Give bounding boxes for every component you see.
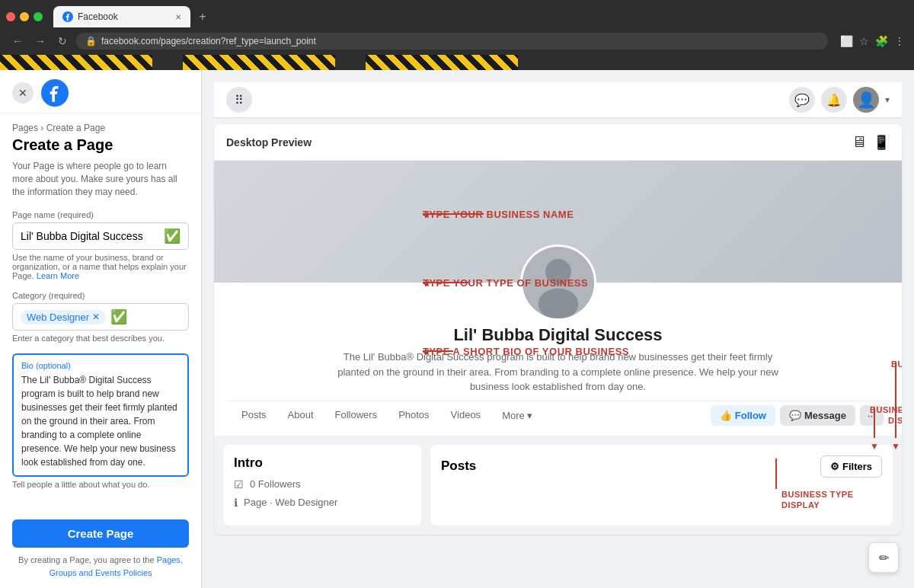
mobile-view-button[interactable]: 📱	[873, 133, 890, 151]
tab-label: Facebook	[78, 11, 118, 22]
bio-helper: Tell people a little about what you do.	[12, 480, 189, 489]
posts-header: Posts ⚙ Filters	[441, 455, 882, 478]
browser-actions: ⬜ ☆ 🧩 ⋮	[840, 35, 905, 47]
fb-nav-right: 💬 🔔 👤 ▾	[789, 87, 890, 113]
apps-grid-icon: ⠿	[235, 93, 244, 107]
messenger-icon: 💬	[794, 93, 810, 107]
menu-button[interactable]: ⋮	[894, 35, 905, 47]
bio-group: Bio (optional) The Lil' Bubba® Digital S…	[12, 353, 189, 489]
page-name-check-icon: ✅	[164, 228, 181, 244]
category-check-icon: ✅	[110, 308, 127, 325]
chevron-down-icon: ▾	[527, 410, 532, 421]
page-name-input-wrapper[interactable]: Lil' Bubba Digital Success ✅	[12, 222, 189, 250]
desktop-view-button[interactable]: 🖥	[852, 133, 867, 151]
intro-card: Intro ☑ 0 Followers ℹ Page · Web Designe…	[223, 445, 421, 526]
profile-area: Lil' Bubba Digital Success The Lil' Bubb…	[214, 283, 902, 436]
fb-top-nav: ⠿ 💬 🔔 👤 ▾	[214, 82, 902, 118]
minimize-window-button[interactable]	[20, 12, 29, 21]
pages-link[interactable]: Pages	[157, 555, 181, 564]
warning-bar-left	[0, 55, 152, 70]
warning-bar-center	[183, 55, 335, 70]
terms-text: By creating a Page, you agree to the Pag…	[0, 554, 201, 588]
info-icon: ℹ	[234, 497, 238, 509]
close-x-icon: ✕	[18, 87, 27, 99]
business-name-annotation: BUSINESS NAMEDISPLAY ▼	[870, 404, 879, 452]
address-bar-row: ← → ↻ 🔒 facebook.com/pages/creation?ref_…	[0, 27, 914, 55]
url-text: facebook.com/pages/creation?ref_type=lau…	[101, 36, 316, 46]
page-type-item: ℹ Page · Web Designer	[234, 497, 411, 509]
sidebar: ✕ Pages › Create a Page Create a Page Yo…	[0, 70, 202, 588]
tab-bar: Facebook ✕ +	[0, 0, 914, 27]
svg-point-4	[538, 289, 578, 320]
arrow-line-2: ◀	[423, 282, 468, 283]
warning-bar-right	[366, 55, 518, 70]
notifications-button[interactable]: 🔔	[821, 87, 847, 113]
category-label: Category (required)	[12, 291, 189, 300]
nav-posts[interactable]: Posts	[232, 401, 276, 430]
edit-icon: ✏	[879, 551, 889, 565]
nav-photos[interactable]: Photos	[389, 401, 438, 430]
category-input-wrapper[interactable]: Web Designer ✕ ✅	[12, 303, 189, 331]
message-icon: 💬	[789, 410, 801, 421]
learn-more-link[interactable]: Learn More	[37, 271, 79, 280]
arrow-line-3: ◀	[423, 350, 453, 352]
close-sidebar-button[interactable]: ✕	[12, 82, 34, 104]
page-description: Your Page is where people go to learn mo…	[12, 160, 189, 198]
followers-count: 0 Followers	[250, 478, 300, 490]
apps-grid-button[interactable]: ⠿	[226, 87, 252, 113]
followers-item: ☑ 0 Followers	[234, 478, 411, 491]
bell-icon: 🔔	[826, 93, 842, 107]
tab-close-button[interactable]: ✕	[175, 13, 181, 21]
browser-tab-facebook[interactable]: Facebook ✕	[53, 6, 190, 27]
message-button[interactable]: 💬 Message	[780, 405, 855, 426]
page-name-helper: Use the name of your business, brand or …	[12, 253, 189, 280]
page-navigation: Posts About Followers Photos Videos More…	[226, 401, 890, 430]
main-content: ✕ Pages › Create a Page Create a Page Yo…	[0, 70, 914, 588]
page-name-label: Page name (required)	[12, 210, 189, 219]
messenger-button[interactable]: 💬	[789, 87, 815, 113]
right-panel: ⠿ 💬 🔔 👤 ▾ Desktop Preview	[202, 70, 914, 588]
category-remove-button[interactable]: ✕	[92, 312, 100, 322]
close-window-button[interactable]	[6, 12, 15, 21]
bio-value[interactable]: The Lil' Bubba® Digital Success program …	[21, 373, 180, 469]
nav-followers[interactable]: Followers	[326, 401, 387, 430]
edit-float-button[interactable]: ✏	[868, 542, 899, 573]
preview-header: Desktop Preview 🖥 📱	[214, 124, 902, 161]
create-page-button[interactable]: Create Page	[12, 519, 189, 548]
bio-input-wrapper[interactable]: Bio (optional) The Lil' Bubba® Digital S…	[12, 353, 189, 477]
page-type-label: Page · Web Designer	[244, 497, 337, 508]
warning-bars	[0, 55, 914, 70]
followers-check-icon: ☑	[234, 478, 244, 491]
business-type-display-annotation: BUSINESS TYPEDISPLAY	[775, 459, 777, 489]
forward-button[interactable]: →	[32, 34, 49, 49]
nav-videos[interactable]: Videos	[442, 401, 491, 430]
account-chevron-button[interactable]: ▾	[885, 94, 890, 105]
user-avatar[interactable]: 👤	[853, 87, 879, 113]
page-name-group: Page name (required) Lil' Bubba Digital …	[12, 210, 189, 280]
bio-annotation-left: TYPE A SHORT BIO OF YOUR BUSINESS ◀	[423, 350, 453, 352]
business-name-annotation-left: TYPE YOUR BUSINESS NAME ◀	[423, 213, 484, 215]
back-button[interactable]: ←	[9, 34, 26, 49]
nav-more[interactable]: More ▾	[493, 402, 542, 429]
refresh-button[interactable]: ↻	[55, 34, 70, 49]
category-group: Category (required) Web Designer ✕ ✅ Ent…	[12, 291, 189, 343]
desktop-icon: 🖥	[852, 133, 867, 150]
breadcrumb: Pages › Create a Page	[12, 123, 189, 133]
page-title: Create a Page	[12, 136, 189, 154]
maximize-window-button[interactable]	[34, 12, 43, 21]
extensions-button[interactable]: 🧩	[875, 35, 888, 47]
business-type-arrow-line	[775, 459, 777, 489]
mobile-icon: 📱	[873, 135, 890, 150]
window-controls	[6, 12, 43, 21]
bookmark-button[interactable]: ☆	[859, 35, 869, 47]
follow-button[interactable]: 👍 Follow	[711, 405, 775, 426]
facebook-favicon-icon	[62, 11, 73, 22]
category-tag: Web Designer ✕	[21, 310, 106, 324]
fb-nav-left: ⠿	[226, 87, 252, 113]
cast-button[interactable]: ⬜	[840, 35, 853, 47]
nav-about[interactable]: About	[279, 401, 323, 430]
address-bar[interactable]: 🔒 facebook.com/pages/creation?ref_type=l…	[76, 33, 828, 50]
new-tab-button[interactable]: +	[193, 8, 212, 26]
groups-events-link[interactable]: Groups and Events Policies	[49, 568, 152, 577]
filters-button[interactable]: ⚙ Filters	[820, 455, 882, 478]
